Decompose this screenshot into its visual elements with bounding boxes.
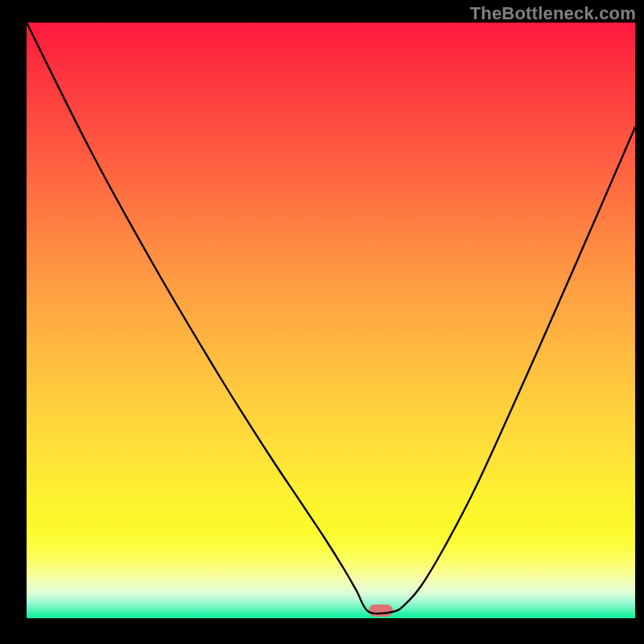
bottleneck-curve: [27, 23, 635, 613]
plot-area: [27, 23, 635, 618]
watermark-text: TheBottleneck.com: [470, 3, 636, 24]
chart-frame: TheBottleneck.com: [0, 0, 644, 644]
curve-layer: [27, 23, 635, 618]
